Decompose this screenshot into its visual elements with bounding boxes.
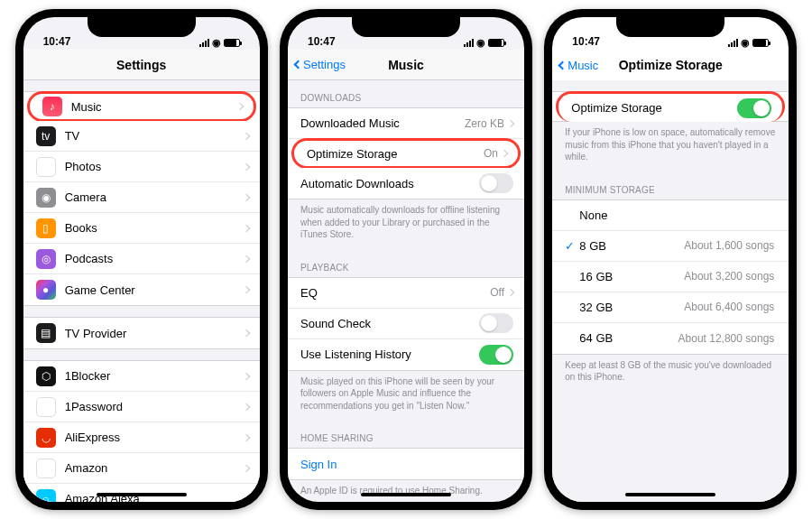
page-title: Settings (116, 58, 166, 72)
settings-list[interactable]: ♪MusictvTV✿Photos◉Camera▯Books◎Podcasts●… (23, 80, 260, 502)
sign-in-footer: An Apple ID is required to use Home Shar… (288, 480, 524, 502)
settings-row-camera[interactable]: ◉Camera (23, 182, 260, 213)
podcasts-icon: ◎ (36, 249, 56, 269)
notch (352, 17, 460, 37)
playback-footer: Music played on this iPhone will be seen… (288, 371, 524, 422)
settings-row-tv-provider[interactable]: ▤TV Provider (23, 318, 260, 348)
row-label: Podcasts (65, 252, 244, 265)
wifi-icon: ◉ (212, 38, 221, 48)
tv-provider-icon: ▤ (36, 323, 56, 343)
camera-icon: ◉ (36, 188, 56, 208)
chevron-left-icon (294, 60, 303, 70)
storage-option-row[interactable]: 64 GBAbout 12,800 songs (552, 323, 789, 354)
amazon-alexa-icon: ○ (36, 489, 56, 503)
songs-estimate: About 3,200 songs (684, 270, 774, 283)
optimize-storage-toggle-row[interactable]: Optimize Storage (556, 91, 785, 122)
wifi-icon: ◉ (476, 38, 485, 48)
home-indicator[interactable] (97, 493, 187, 496)
battery-icon (488, 39, 504, 47)
section-playback: PLAYBACK (288, 250, 524, 277)
sign-in-row[interactable]: Sign In (288, 449, 524, 479)
settings-row-music[interactable]: ♪Music (27, 91, 256, 122)
listening-history-row[interactable]: Use Listening History (288, 339, 524, 370)
1blocker-icon: ⬡ (36, 366, 56, 386)
music-icon: ♪ (42, 97, 62, 116)
battery-icon (752, 39, 769, 47)
songs-estimate: About 6,400 songs (684, 301, 774, 313)
optimize-storage-toggle[interactable] (737, 98, 771, 118)
optimize-settings[interactable]: Optimize Storage If your iPhone is low o… (552, 80, 789, 502)
chevron-right-icon (242, 433, 249, 440)
back-button[interactable]: Music (559, 59, 598, 72)
settings-row-amazon[interactable]: aAmazon (23, 453, 260, 484)
signal-icon (199, 39, 209, 47)
songs-estimate: About 1,600 songs (684, 239, 774, 252)
game-center-icon: ● (36, 280, 56, 300)
row-label: Game Center (65, 283, 244, 297)
chevron-right-icon (242, 329, 249, 337)
automatic-downloads-row[interactable]: Automatic Downloads (288, 168, 524, 199)
chevron-right-icon (242, 193, 249, 200)
time: 10:47 (572, 35, 600, 48)
optimize-storage-row[interactable]: Optimize Storage On (291, 138, 521, 169)
notch (88, 17, 196, 37)
settings-row-tv[interactable]: tvTV (23, 121, 260, 152)
storage-size: 16 GB (579, 270, 684, 283)
storage-option-row[interactable]: 32 GBAbout 6,400 songs (552, 292, 789, 323)
battery-icon (224, 39, 240, 47)
amazon-icon: a (36, 459, 56, 478)
settings-row-books[interactable]: ▯Books (23, 213, 260, 244)
time: 10:47 (43, 35, 71, 48)
home-indicator[interactable] (361, 493, 451, 496)
signal-icon (728, 39, 738, 47)
chevron-right-icon (242, 372, 249, 379)
time: 10:47 (308, 35, 336, 48)
nav-bar: Settings (23, 50, 260, 80)
chevron-right-icon (242, 224, 249, 231)
chevron-right-icon (242, 132, 249, 139)
settings-row-aliexpress[interactable]: ◡AliExpress (23, 422, 260, 453)
storage-option-row[interactable]: 16 GBAbout 3,200 songs (552, 262, 789, 292)
storage-option-row[interactable]: None (552, 200, 789, 231)
back-button[interactable]: Settings (295, 58, 346, 71)
photos-icon: ✿ (36, 157, 56, 177)
home-indicator[interactable] (625, 493, 715, 496)
chevron-right-icon (242, 403, 249, 410)
eq-row[interactable]: EQ Off (288, 278, 524, 309)
settings-row-podcasts[interactable]: ◎Podcasts (23, 244, 260, 274)
phone-optimize-storage: 10:47 ◉ Music Optimize Storage Optimize … (544, 9, 797, 510)
settings-row-1password[interactable]: ①1Password (23, 392, 260, 422)
chevron-right-icon (242, 255, 249, 262)
minimum-storage-footer: Keep at least 8 GB of the music you've d… (552, 355, 789, 393)
settings-row-game-center[interactable]: ●Game Center (23, 274, 260, 305)
phone-music: 10:47 ◉ Settings Music DOWNLOADS Downloa… (280, 9, 532, 510)
page-title: Optimize Storage (619, 58, 723, 72)
wifi-icon: ◉ (741, 38, 750, 48)
settings-row-1blocker[interactable]: ⬡1Blocker (23, 361, 260, 392)
chevron-right-icon (235, 103, 243, 110)
chevron-right-icon (501, 150, 508, 157)
downloaded-music-row[interactable]: Downloaded Music Zero KB (288, 108, 524, 139)
row-label: Amazon (65, 461, 244, 475)
row-label: Books (65, 221, 244, 235)
chevron-left-icon (558, 60, 567, 70)
music-settings[interactable]: DOWNLOADS Downloaded Music Zero KB Optim… (288, 80, 524, 502)
nav-bar: Settings Music (288, 50, 524, 80)
row-label: TV Provider (65, 327, 244, 340)
storage-size: None (579, 209, 774, 222)
sound-check-toggle[interactable] (479, 313, 513, 333)
chevron-right-icon (242, 464, 249, 471)
aliexpress-icon: ◡ (36, 428, 56, 448)
sound-check-row[interactable]: Sound Check (288, 309, 524, 339)
automatic-downloads-toggle[interactable] (479, 173, 513, 193)
chevron-right-icon (507, 289, 514, 296)
settings-row-photos[interactable]: ✿Photos (23, 152, 260, 182)
section-minimum-storage: MINIMUM STORAGE (552, 172, 789, 199)
section-downloads: DOWNLOADS (288, 80, 524, 107)
row-label: AliExpress (65, 431, 244, 444)
listening-history-toggle[interactable] (479, 345, 513, 365)
chevron-right-icon (242, 286, 249, 293)
notch (616, 17, 724, 37)
storage-option-row[interactable]: ✓8 GBAbout 1,600 songs (552, 231, 789, 262)
nav-bar: Music Optimize Storage (552, 50, 789, 80)
